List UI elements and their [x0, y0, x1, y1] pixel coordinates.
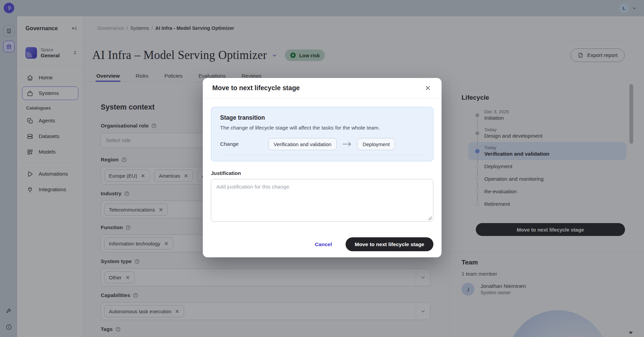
cancel-button[interactable]: Cancel: [315, 241, 332, 247]
confirm-move-stage-button[interactable]: Move to next lifecycle stage: [346, 237, 433, 251]
modal-title: Move to next lifecycle stage: [212, 84, 424, 92]
app-window: L: [0, 0, 644, 337]
change-label: Change: [220, 141, 268, 147]
arrow-right-icon: [342, 141, 352, 147]
justification-label: Justification: [211, 170, 433, 176]
justification-textarea[interactable]: [211, 179, 433, 222]
stage-to-pill: Deployment: [357, 138, 395, 150]
stage-transition-title: Stage transition: [220, 114, 424, 121]
stage-transition-description: The change of lifecycle stage will affec…: [220, 125, 424, 131]
close-icon: [424, 84, 431, 92]
stage-from-pill: Verification and validation: [268, 138, 337, 150]
stage-transition-box: Stage transition The change of lifecycle…: [211, 107, 433, 161]
lifecycle-modal: Move to next lifecycle stage Stage trans…: [203, 78, 442, 257]
modal-close-button[interactable]: [424, 84, 432, 92]
justification-field: Justification: [211, 170, 433, 222]
